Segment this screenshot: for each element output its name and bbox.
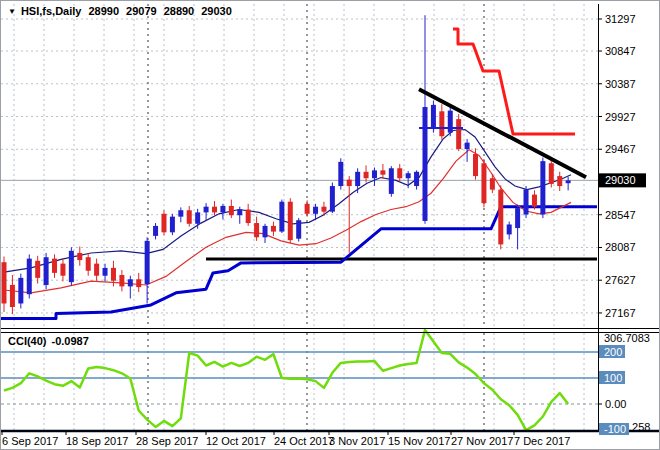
candle-body <box>10 285 15 307</box>
price-chart-canvas[interactable]: 3129730847303872992729467285472808727627… <box>1 1 660 450</box>
symbol-label: HSI,fs,Daily <box>21 5 82 17</box>
candle-body <box>321 207 326 212</box>
candle-body <box>481 163 486 203</box>
candle-body <box>119 275 124 286</box>
candle-body <box>86 257 91 271</box>
current-price-badge-label: 29030 <box>605 174 636 186</box>
chart-background <box>1 1 660 450</box>
candle-body <box>229 206 234 215</box>
ohlc-close: 29030 <box>201 5 232 17</box>
candle-body <box>498 190 503 245</box>
candle-body <box>288 202 293 240</box>
candle-body <box>439 111 444 136</box>
candle-body <box>372 170 377 178</box>
candle-body <box>364 172 369 178</box>
cci-indicator-label: CCI(40)-0.0987 <box>8 335 94 347</box>
cci-value: -0.0987 <box>52 335 89 347</box>
candle-body <box>549 163 554 184</box>
price-axis-label: 29467 <box>605 143 636 155</box>
candle-body <box>52 259 57 273</box>
candle-body <box>77 253 82 260</box>
candle-body <box>397 168 402 178</box>
candle-body <box>355 172 360 186</box>
candle-body <box>456 119 461 149</box>
date-axis-label: 6 Sep 2017 <box>2 435 58 447</box>
price-axis-label: 30847 <box>605 45 636 57</box>
symbol-dropdown-icon[interactable]: ▼ <box>8 7 16 16</box>
cci-min-label: .258 <box>629 421 650 433</box>
candle-body <box>448 111 453 133</box>
chart-window: 3129730847303872992729467285472808727627… <box>0 0 660 450</box>
candle-body <box>566 180 571 183</box>
date-axis-label: 12 Oct 2017 <box>206 435 266 447</box>
candle-body <box>490 178 495 189</box>
price-axis-label: 31297 <box>605 13 636 25</box>
candle-body <box>557 176 562 186</box>
date-axis-label: 24 Oct 2017 <box>274 435 334 447</box>
candle-body <box>271 226 276 232</box>
date-axis-label: 28 Sep 2017 <box>136 435 198 447</box>
candle-body <box>246 210 251 224</box>
price-axis-label: 27167 <box>605 307 636 319</box>
candle-body <box>296 220 301 239</box>
cci-max-label: 306.7083 <box>604 332 650 344</box>
candle-body <box>111 268 116 281</box>
candle-body <box>27 259 32 295</box>
date-axis-label: 3 Nov 2017 <box>329 435 385 447</box>
candle-body <box>540 161 545 214</box>
candle-body <box>187 210 192 224</box>
candle-body <box>195 212 200 223</box>
date-axis-label: 27 Nov 2017 <box>451 435 513 447</box>
candle-body <box>465 143 470 149</box>
candle-body <box>279 202 284 232</box>
candle-body <box>35 261 40 278</box>
candle-body <box>380 170 385 174</box>
candle-body <box>136 279 141 287</box>
candle-body <box>515 208 520 228</box>
cci-min-badge-label: -100 <box>604 423 626 435</box>
date-axis-label: 18 Sep 2017 <box>66 435 128 447</box>
candle-body <box>161 214 166 233</box>
candle-body <box>305 204 310 214</box>
chart-title: ▼HSI,fs,Daily28990290792889029030 <box>8 5 239 17</box>
candle-body <box>414 172 419 186</box>
date-axis-label: 15 Nov 2017 <box>388 435 450 447</box>
candle-body <box>406 173 411 178</box>
price-axis-label: 30387 <box>605 78 636 90</box>
ohlc-open: 28990 <box>88 5 119 17</box>
candle-body <box>153 226 158 236</box>
price-axis-label: 27627 <box>605 274 636 286</box>
price-axis-label: 28547 <box>605 209 636 221</box>
candle-body <box>263 226 268 237</box>
candle-body <box>18 278 23 304</box>
candle-body <box>145 241 150 284</box>
candle-body <box>212 207 217 213</box>
candle-body <box>178 210 183 216</box>
candle-body <box>204 207 209 213</box>
candle-body <box>170 217 175 233</box>
candle-body <box>69 251 74 282</box>
price-axis-label: 28087 <box>605 241 636 253</box>
candle-body <box>330 186 335 212</box>
candle-body <box>2 262 7 303</box>
ohlc-high: 29079 <box>126 5 157 17</box>
candle-body <box>473 154 478 176</box>
candle-body <box>431 105 436 128</box>
candle-body <box>44 257 49 285</box>
candle-body <box>389 168 394 194</box>
candle-body <box>313 207 318 214</box>
candle-body <box>524 190 529 215</box>
price-axis-label: 29927 <box>605 111 636 123</box>
ohlc-low: 28890 <box>164 5 195 17</box>
candle-body <box>60 264 65 276</box>
cci-name: CCI(40) <box>8 335 47 347</box>
candle-body <box>103 268 108 276</box>
candle-body <box>128 279 133 286</box>
candle-body <box>423 107 428 221</box>
candle-body <box>347 180 352 186</box>
cci-level-badge-label: 200 <box>604 346 622 358</box>
candle-body <box>507 224 512 234</box>
candle-body <box>237 210 242 216</box>
candle-body <box>94 264 99 276</box>
cci-level-badge-label: 100 <box>604 372 622 384</box>
